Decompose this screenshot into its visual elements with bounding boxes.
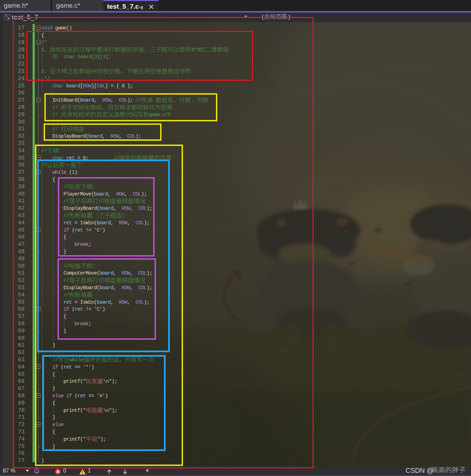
svg-text:64: 64 (18, 364, 25, 370)
svg-text:): ) (105, 393, 108, 399)
svg-text:(: ( (75, 393, 77, 399)
svg-text:board: board (99, 285, 113, 291)
svg-text:board: board (99, 270, 113, 276)
svg-text:72: 72 (18, 422, 25, 428)
svg-text:62: 62 (18, 349, 25, 356)
svg-text://: // (113, 155, 119, 161)
svg-text:): ) (75, 170, 77, 175)
svg-text://: // (52, 112, 61, 118)
svg-text:);: ); (144, 300, 149, 305)
svg-text:else if: else if (52, 393, 75, 399)
svg-text:ComputerMove: ComputerMove (63, 270, 97, 276)
svg-text:board: board (97, 300, 111, 305)
svg-text://: // (41, 148, 47, 154)
svg-text:printf: printf (63, 408, 80, 414)
svg-text:20: 20 (18, 47, 25, 53)
svg-text:;: ; (88, 321, 91, 327)
svg-text:,: , (113, 285, 122, 291)
svg-text:63: 63 (18, 357, 25, 363)
svg-text:{: { (52, 400, 55, 406)
svg-text:{: { (63, 314, 66, 320)
svg-text:{: { (52, 372, 55, 378)
svg-text:": " (83, 436, 86, 442)
svg-text:char: char (52, 155, 66, 161)
svg-text:COL: COL (136, 300, 144, 305)
svg-text:ROW: ROW (122, 270, 130, 276)
svg-text://: // (63, 184, 69, 190)
svg-text:if: if (63, 227, 72, 233)
svg-text:'#': '#' (97, 393, 105, 399)
svg-text:,: , (127, 300, 136, 305)
svg-text:{: { (41, 33, 44, 38)
svg-text:76: 76 (18, 450, 25, 457)
svg-text://: // (63, 292, 69, 298)
svg-text:25: 25 (18, 83, 25, 89)
svg-text:*/: */ (44, 76, 50, 82)
svg-text:][: ][ (91, 83, 97, 89)
svg-text:69: 69 (18, 400, 25, 406)
svg-text:DisplayBoard: DisplayBoard (63, 206, 97, 211)
svg-text:55: 55 (18, 299, 25, 305)
svg-text:(: ( (94, 300, 97, 305)
svg-text:46: 46 (18, 234, 25, 240)
svg-text:48: 48 (18, 249, 25, 255)
svg-text:}: } (63, 249, 66, 255)
svg-text:(: ( (97, 270, 99, 276)
svg-text:ROW: ROW (102, 97, 111, 103)
svg-text://: // (41, 162, 47, 168)
svg-text:}: } (63, 328, 66, 334)
svg-text:24: 24 (18, 76, 25, 82)
svg-text:(: ( (80, 379, 83, 384)
svg-text:40: 40 (18, 191, 25, 197)
svg-text:game: game (55, 25, 67, 31)
svg-text:): ) (102, 227, 105, 233)
svg-text:);: ); (144, 220, 149, 226)
svg-text:\n": \n" (103, 408, 112, 414)
svg-text:game.c: game.c (149, 112, 166, 118)
svg-text:;: ; (88, 242, 91, 248)
svg-text:(: ( (97, 285, 99, 291)
svg-text:58: 58 (18, 321, 25, 327)
svg-text:'C': 'C' (94, 306, 102, 312)
svg-text:ret: ret (66, 155, 75, 161)
svg-text://: // (52, 357, 58, 363)
svg-text:COL: COL (133, 191, 141, 197)
svg-text:,: , (127, 220, 136, 226)
svg-text:COL: COL (138, 206, 147, 211)
svg-text:board: board (80, 97, 94, 103)
svg-text:44: 44 (18, 220, 25, 226)
svg-text:50: 50 (18, 263, 25, 269)
svg-text:1.: 1. (41, 47, 50, 53)
svg-text:;: ; (86, 155, 113, 161)
svg-text:!=: != (83, 306, 94, 312)
svg-text:73: 73 (18, 429, 25, 435)
svg-text:board: board (99, 206, 113, 211)
svg-text:if: if (52, 364, 61, 370)
svg-text:": " (83, 408, 86, 414)
svg-text:37: 37 (18, 169, 25, 175)
svg-text:28: 28 (18, 104, 25, 111)
svg-text:DisplayBoard: DisplayBoard (63, 285, 97, 291)
svg-text:(: ( (61, 364, 63, 370)
svg-text:COL: COL (138, 285, 147, 291)
svg-text:'*': '*' (83, 364, 91, 370)
svg-text:,: , (130, 285, 138, 291)
svg-text:31: 31 (18, 126, 25, 132)
svg-text:ret: ret (63, 364, 72, 370)
svg-text:ret: ret (75, 306, 83, 312)
svg-text:!=: != (83, 227, 94, 233)
svg-text:26: 26 (18, 90, 25, 96)
svg-text:67: 67 (18, 386, 25, 392)
svg-text:COL: COL (97, 83, 105, 89)
svg-text:61: 61 (18, 342, 25, 348)
svg-text:DisplayBoard: DisplayBoard (52, 133, 86, 139)
svg-text:51: 51 (18, 270, 25, 276)
svg-text:char: char (52, 83, 66, 89)
svg-text:'C': 'C' (94, 227, 102, 233)
svg-text:COL: COL (119, 97, 128, 103)
svg-text:(: ( (91, 191, 94, 197)
svg-text:ret: ret (63, 220, 72, 226)
svg-text:22: 22 (18, 61, 25, 67)
svg-text:ROW: ROW (122, 285, 130, 291)
svg-text:,: , (119, 133, 127, 139)
